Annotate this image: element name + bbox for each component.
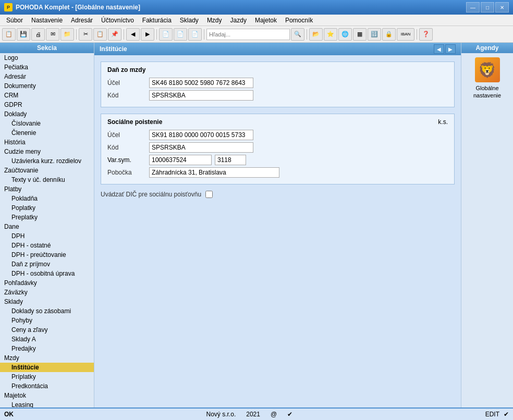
toolbar-help[interactable]: ❓: [419, 28, 433, 41]
toolbar-btn-3[interactable]: 🖨: [31, 28, 45, 41]
sidebar-item-pokladna[interactable]: Pokladňa: [0, 194, 94, 203]
toolbar-calc[interactable]: 🔢: [368, 28, 381, 41]
soc-ucel-label: Účel: [107, 131, 149, 139]
toolbar-sep-5: [307, 29, 307, 40]
menu-pomocnik[interactable]: Pomocník: [281, 16, 317, 25]
search-input[interactable]: [206, 29, 290, 40]
soc-pobocka-input[interactable]: [149, 167, 279, 178]
toolbar-lock[interactable]: 🔒: [382, 28, 396, 41]
soc-kod-input[interactable]: [149, 142, 253, 153]
sidebar-item-adresar[interactable]: Adresár: [0, 72, 94, 81]
status-year: 2021: [246, 411, 260, 418]
toolbar-btn-5[interactable]: 📁: [60, 28, 74, 41]
sidebar-item-ceny[interactable]: Ceny a zľavy: [0, 325, 94, 335]
sidebar-item-dph-preuctovanie[interactable]: DPH - preúčtovanie: [0, 250, 94, 260]
menu-subor[interactable]: Súbor: [2, 16, 27, 25]
sidebar-item-leasing[interactable]: Leasing: [0, 400, 94, 407]
sidebar-item-peciatka[interactable]: Pečiatka: [0, 63, 94, 72]
soc-varsym-input2[interactable]: [215, 155, 246, 165]
sidebar-item-dan-prijmov[interactable]: Daň z príjmov: [0, 260, 94, 269]
menu-fakturacia[interactable]: Fakturácia: [138, 16, 176, 25]
sidebar-item-dph-osobitna[interactable]: DPH - osobitná úprava: [0, 269, 94, 278]
toolbar-filter[interactable]: 🔍: [291, 28, 304, 41]
content-body: Daň zo mzdy Účel Kód Sociálne poistenie …: [94, 55, 461, 407]
sidebar-item-crm[interactable]: CRM: [0, 91, 94, 100]
close-button[interactable]: ✕: [495, 2, 509, 13]
toolbar-btn-6[interactable]: ✂: [79, 28, 92, 41]
sidebar-item-sklady[interactable]: Sklady: [0, 297, 94, 306]
sidebar-item-texty[interactable]: Texty v úč. denníku: [0, 175, 94, 184]
menu-sklady[interactable]: Sklady: [176, 16, 203, 25]
sidebar-item-institucie[interactable]: Inštitúcie: [0, 363, 94, 372]
toolbar-grid[interactable]: ▦: [353, 28, 367, 41]
dic-checkbox[interactable]: [205, 191, 213, 198]
sidebar-item-doklady-zasobami[interactable]: Doklady so zásobami: [0, 306, 94, 316]
toolbar-sep-1: [76, 29, 77, 40]
dan-ucel-input[interactable]: [149, 78, 253, 88]
menu-jazdy[interactable]: Jazdy: [226, 16, 251, 25]
status-edit: EDIT: [485, 411, 499, 418]
menu-majetok[interactable]: Majetok: [251, 16, 281, 25]
soc-suffix: k.s.: [438, 118, 448, 126]
sidebar-item-predajky[interactable]: Predajky: [0, 344, 94, 353]
soc-varsym-input[interactable]: [149, 155, 212, 165]
sidebar-item-predkontacia[interactable]: Predkontácia: [0, 381, 94, 391]
toolbar-btn-4[interactable]: ✉: [46, 28, 59, 41]
sidebar-item-majetok[interactable]: Majetok: [0, 391, 94, 400]
toolbar-iban[interactable]: IBAN: [397, 28, 414, 41]
menu-uctovnictvo[interactable]: Účtovníctvo: [97, 16, 138, 25]
sidebar-item-sklady-a[interactable]: Sklady A: [0, 335, 94, 344]
nav-next[interactable]: ▶: [445, 44, 456, 54]
sidebar-item-platby[interactable]: Platby: [0, 184, 94, 194]
toolbar-btn-9[interactable]: 📄: [159, 28, 173, 41]
toolbar-btn-back[interactable]: ◀: [126, 28, 140, 41]
soc-pobocka-label: Pobočka: [107, 169, 149, 176]
sidebar-item-zaucotovanie[interactable]: Zaúčtovanie: [0, 166, 94, 175]
sidebar-item-uzavierka[interactable]: Uzávierka kurz. rozdielov: [0, 156, 94, 166]
toolbar-star[interactable]: ⭐: [324, 28, 337, 41]
sidebar-item-gdpr[interactable]: GDPR: [0, 100, 94, 109]
content-header: Inštitúcie ◀ ▶: [94, 43, 461, 55]
sidebar: Sekcia Logo Pečiatka Adresár Dokumenty C…: [0, 43, 94, 407]
menu-nastavenie[interactable]: Nastavenie: [27, 16, 67, 25]
dan-kod-input[interactable]: [149, 90, 253, 101]
menu-mzdy[interactable]: Mzdy: [203, 16, 226, 25]
sidebar-item-doklady[interactable]: Doklady: [0, 109, 94, 119]
dan-kod-row: Kód: [107, 90, 448, 101]
toolbar-btn-7[interactable]: 📋: [93, 28, 107, 41]
toolbar-btn-2[interactable]: 💾: [17, 28, 30, 41]
status-ok[interactable]: OK: [4, 411, 14, 418]
status-edit-check: ✔: [504, 411, 509, 418]
sidebar-item-zavazky[interactable]: Záväzky: [0, 288, 94, 297]
sidebar-item-preplatky[interactable]: Preplatky: [0, 213, 94, 222]
dan-ucel-row: Účel: [107, 78, 448, 88]
sidebar-item-clenenie[interactable]: Členenie: [0, 128, 94, 138]
sidebar-item-priplatky[interactable]: Príplatky: [0, 372, 94, 381]
sidebar-item-cislovanie[interactable]: Číslovanie: [0, 119, 94, 128]
toolbar-btn-fwd[interactable]: ▶: [141, 28, 154, 41]
sidebar-item-mzdy[interactable]: Mzdy: [0, 353, 94, 363]
sidebar-item-pohladavky[interactable]: Pohľadávky: [0, 278, 94, 288]
title-text: POHODA Komplet - [Globálne nastavenie]: [16, 4, 140, 11]
sidebar-item-dokumenty[interactable]: Dokumenty: [0, 81, 94, 91]
nav-prev[interactable]: ◀: [434, 44, 444, 54]
maximize-button[interactable]: □: [481, 2, 494, 13]
sidebar-item-logo[interactable]: Logo: [0, 53, 94, 63]
soc-ucel-input[interactable]: [149, 130, 253, 140]
menu-adresar[interactable]: Adresár: [67, 16, 97, 25]
toolbar-btn-1[interactable]: 📋: [2, 28, 16, 41]
sidebar-item-dane[interactable]: Dane: [0, 222, 94, 231]
sidebar-item-dph-ostatne[interactable]: DPH - ostatné: [0, 241, 94, 250]
sidebar-item-historia[interactable]: História: [0, 138, 94, 147]
toolbar-folder[interactable]: 📂: [309, 28, 323, 41]
agenda-globalne-nastavenie[interactable]: 🦁 Globálne nastavenie: [461, 53, 513, 104]
toolbar-btn-8[interactable]: 📌: [108, 28, 121, 41]
sidebar-item-pohyby[interactable]: Pohyby: [0, 316, 94, 325]
minimize-button[interactable]: —: [466, 2, 480, 13]
sidebar-item-poplatky[interactable]: Poplatky: [0, 203, 94, 213]
toolbar-btn-11[interactable]: 📄: [188, 28, 202, 41]
toolbar-btn-10[interactable]: 📄: [174, 28, 187, 41]
toolbar-globe[interactable]: 🌐: [338, 28, 352, 41]
sidebar-item-dph[interactable]: DPH: [0, 231, 94, 241]
sidebar-item-cudzie-meny[interactable]: Cudzie meny: [0, 147, 94, 156]
